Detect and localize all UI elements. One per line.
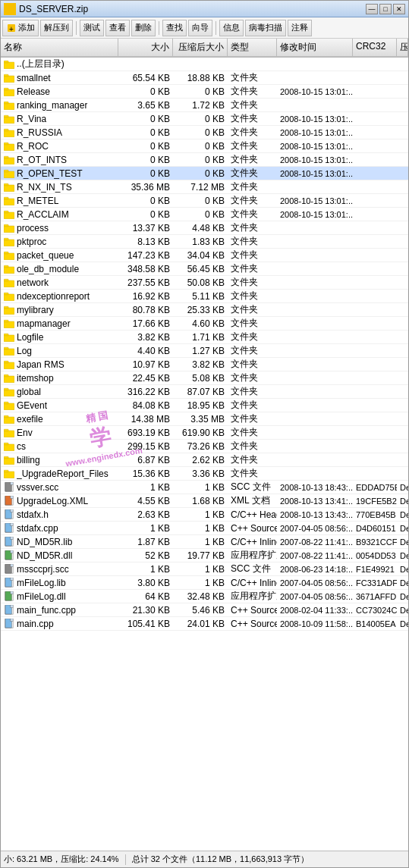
file-compression: Deflat xyxy=(397,578,408,588)
window-controls[interactable]: — □ ✕ xyxy=(366,4,405,14)
folder-icon xyxy=(4,87,14,96)
file-name-cell: stdafx.h xyxy=(1,509,118,520)
file-type: 文件夹 xyxy=(228,167,277,180)
table-row[interactable]: mapmanager 17.66 KB 4.60 KB 文件夹 xyxy=(1,317,408,331)
find-button[interactable]: 查找 xyxy=(162,20,187,36)
col-compression[interactable]: 压缩属 xyxy=(397,39,408,56)
minimize-button[interactable]: — xyxy=(366,4,378,14)
table-row[interactable]: UpgradeLog.XML 4.55 KB 1.68 KB XML 文档 20… xyxy=(1,494,408,508)
file-size: 52 KB xyxy=(118,550,173,561)
col-type[interactable]: 类型 xyxy=(228,39,277,56)
col-compressed[interactable]: 压缩后大小 xyxy=(173,39,228,56)
file-size: 84.08 KB xyxy=(118,400,173,411)
svg-rect-41 xyxy=(4,306,8,309)
table-row[interactable]: ND_MD5R.dll 52 KB 19.77 KB 应用程序扩展 2007-0… xyxy=(1,549,408,562)
table-row[interactable]: itemshop 22.45 KB 5.08 KB 文件夹 xyxy=(1,371,408,385)
table-row[interactable]: process 13.37 KB 4.48 KB 文件夹 xyxy=(1,221,408,235)
add-button[interactable]: + 添加 xyxy=(2,20,39,36)
table-row[interactable]: smallnet 65.54 KB 18.88 KB 文件夹 xyxy=(1,71,408,85)
file-type: 文件夹 xyxy=(228,99,277,111)
file-crc32: D4D60151 xyxy=(353,524,397,533)
table-row[interactable]: R_NX_IN_TS 35.36 MB 7.12 MB 文件夹 xyxy=(1,180,408,194)
file-modified: 2008-10-09 11:58:... xyxy=(277,619,353,628)
table-row[interactable]: R_Vina 0 KB 0 KB 文件夹 2008-10-15 13:01:..… xyxy=(1,112,408,126)
file-compressed-size: 619.90 KB xyxy=(173,428,228,438)
table-row[interactable]: ranking_manager 3.65 KB 1.72 KB 文件夹 xyxy=(1,99,408,112)
extract-button[interactable]: 解压到 xyxy=(40,20,73,36)
file-modified: 2007-08-22 11:41:... xyxy=(277,537,353,547)
svg-rect-56 xyxy=(4,416,14,423)
maximize-button[interactable]: □ xyxy=(379,4,392,14)
svg-text:+: + xyxy=(9,25,14,33)
table-row[interactable]: mFileLog.lib 3.80 KB 1 KB C/C++ Inline F… xyxy=(1,576,408,590)
table-row[interactable]: packet_queue 147.23 KB 34.04 KB 文件夹 xyxy=(1,249,408,262)
table-row[interactable]: R_OPEN_TEST 0 KB 0 KB 文件夹 2008-10-15 13:… xyxy=(1,167,408,180)
table-row[interactable]: exefile 14.38 MB 3.35 MB 文件夹 xyxy=(1,412,408,426)
table-row[interactable]: _UpgradeReport_Files 15.36 KB 3.36 KB 文件… xyxy=(1,467,408,481)
table-row[interactable]: stdafx.h 2.63 KB 1 KB C/C++ Header 2008-… xyxy=(1,508,408,522)
folder-icon xyxy=(4,306,14,315)
wizard-button[interactable]: 向导 xyxy=(188,20,212,36)
table-row[interactable]: R_RUSSIA 0 KB 0 KB 文件夹 2008-10-15 13:01:… xyxy=(1,126,408,139)
view-button[interactable]: 查看 xyxy=(105,20,130,36)
file-list[interactable]: ..(上层目录) smallnet 65.54 KB 18.88 KB 文件夹 … xyxy=(1,58,408,851)
file-compressed-size: 3.36 KB xyxy=(173,468,228,479)
folder-icon xyxy=(4,224,14,233)
table-row[interactable]: mylibrary 80.78 KB 25.33 KB 文件夹 xyxy=(1,303,408,317)
table-row[interactable]: cs 299.15 KB 73.26 KB 文件夹 xyxy=(1,440,408,453)
table-row[interactable]: vssver.scc 1 KB 1 KB SCC 文件 2008-10-13 1… xyxy=(1,481,408,494)
table-row[interactable]: R_OT_INTS 0 KB 0 KB 文件夹 2008-10-15 13:01… xyxy=(1,153,408,167)
table-row[interactable]: main_func.cpp 21.30 KB 5.46 KB C++ Sourc… xyxy=(1,603,408,617)
file-compressed-size: 1 KB xyxy=(173,482,228,493)
comment-button[interactable]: 注释 xyxy=(288,20,312,36)
info-button[interactable]: 信息 xyxy=(219,20,244,36)
table-row[interactable]: global 316.22 KB 87.07 KB 文件夹 xyxy=(1,385,408,399)
file-type: SCC 文件 xyxy=(228,481,277,494)
file-size: 17.66 KB xyxy=(118,318,173,329)
file-type: 文件夹 xyxy=(228,194,277,207)
table-row[interactable]: mFileLog.dll 64 KB 32.48 KB 应用程序扩展 2007-… xyxy=(1,590,408,603)
table-row[interactable]: ND_MD5R.lib 1.87 KB 1 KB C/C++ Inline Fi… xyxy=(1,535,408,549)
file-modified: 2008-10-15 13:01:... xyxy=(277,169,353,178)
table-row[interactable]: Log 4.40 KB 1.27 KB 文件夹 xyxy=(1,344,408,358)
table-row[interactable]: ole_db_module 348.58 KB 56.45 KB 文件夹 xyxy=(1,262,408,276)
table-row[interactable]: GEvent 84.08 KB 18.95 KB 文件夹 xyxy=(1,399,408,412)
col-size[interactable]: 大小 xyxy=(118,39,173,56)
file-size: 2.63 KB xyxy=(118,509,173,520)
table-row[interactable]: pktproc 8.13 KB 1.83 KB 文件夹 xyxy=(1,235,408,249)
svg-rect-44 xyxy=(4,334,14,341)
table-row[interactable]: stdafx.cpp 1 KB 1 KB C++ Source 2007-04-… xyxy=(1,522,408,535)
table-row[interactable]: billing 6.87 KB 2.62 KB 文件夹 xyxy=(1,453,408,467)
table-row[interactable]: Env 693.19 KB 619.90 KB 文件夹 xyxy=(1,426,408,440)
test-button[interactable]: 测试 xyxy=(80,20,104,36)
table-row[interactable]: R_METEL 0 KB 0 KB 文件夹 2008-10-15 13:01:.… xyxy=(1,194,408,208)
file-compressed-size: 50.08 KB xyxy=(173,277,228,288)
table-row[interactable]: mssccprj.scc 1 KB 1 KB SCC 文件 2008-06-23… xyxy=(1,562,408,576)
col-modified[interactable]: 修改时间 xyxy=(277,39,353,56)
table-row[interactable]: ..(上层目录) xyxy=(1,58,408,71)
delete-button[interactable]: 删除 xyxy=(131,20,156,36)
folder-icon xyxy=(4,114,14,124)
file-compression: Deflat xyxy=(397,510,408,519)
table-row[interactable]: Japan RMS 10.97 KB 3.82 KB 文件夹 xyxy=(1,358,408,371)
table-row[interactable]: R_ACCLAIM 0 KB 0 KB 文件夹 2008-10-15 13:01… xyxy=(1,208,408,221)
table-row[interactable]: ndexceptionreport 16.92 KB 5.11 KB 文件夹 xyxy=(1,290,408,303)
file-name: R_ACCLAIM xyxy=(17,209,69,220)
close-button[interactable]: ✕ xyxy=(393,4,405,14)
table-row[interactable]: R_ROC 0 KB 0 KB 文件夹 2008-10-15 13:01:... xyxy=(1,139,408,153)
col-crc32[interactable]: CRC32 xyxy=(353,39,397,56)
file-name: ND_MD5R.dll xyxy=(17,550,72,561)
svg-rect-53 xyxy=(4,388,8,390)
virus-button[interactable]: 病毒扫描 xyxy=(245,20,286,36)
table-row[interactable]: network 237.55 KB 50.08 KB 文件夹 xyxy=(1,276,408,290)
col-name[interactable]: 名称 xyxy=(1,39,118,56)
table-row[interactable]: Release 0 KB 0 KB 文件夹 2008-10-15 13:01:.… xyxy=(1,85,408,99)
table-row[interactable]: Logfile 3.82 KB 1.71 KB 文件夹 xyxy=(1,331,408,344)
file-name: ndexceptionreport xyxy=(17,291,90,302)
svg-rect-75 xyxy=(11,537,14,540)
file-name-cell: global xyxy=(1,387,118,397)
file-compressed-size: 5.08 KB xyxy=(173,373,228,384)
file-name-cell: packet_queue xyxy=(1,250,118,261)
file-name: _UpgradeReport_Files xyxy=(17,468,109,479)
table-row[interactable]: main.cpp 105.41 KB 24.01 KB C++ Source 2… xyxy=(1,617,408,631)
